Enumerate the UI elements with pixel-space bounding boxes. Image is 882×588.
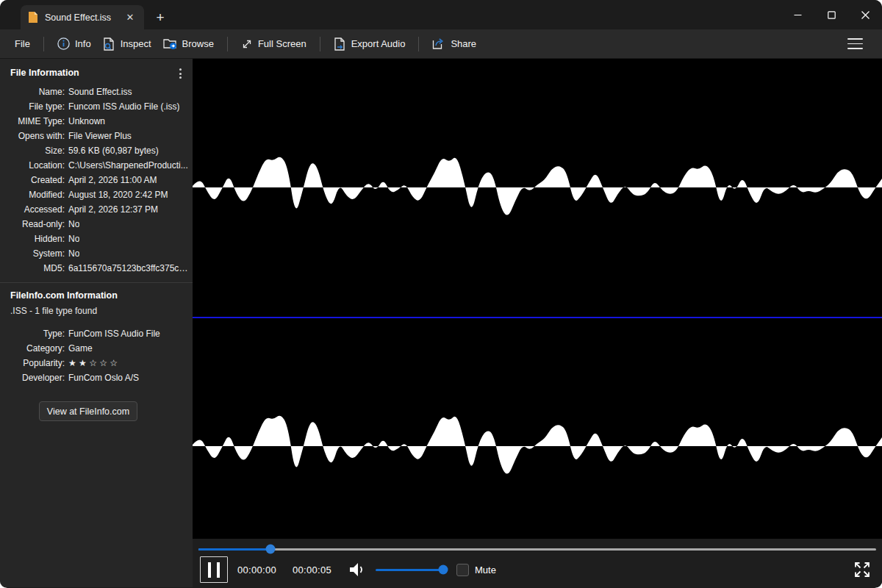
total-duration: 00:00:05	[293, 564, 331, 576]
info-row: Developer:FunCom Oslo A/S	[0, 370, 189, 385]
file-menu[interactable]: File	[9, 34, 36, 54]
info-row: Read-only:No	[0, 217, 189, 232]
seek-thumb[interactable]	[265, 545, 275, 554]
info-value: August 18, 2020 2:42 PM	[68, 187, 168, 202]
info-row: Opens with:File Viewer Plus	[0, 129, 189, 143]
info-label: MIME Type:	[0, 114, 65, 129]
info-label: Location:	[0, 158, 65, 173]
info-value: 6a115670a75123bc3ffc375c68...	[68, 261, 189, 276]
inspect-icon	[103, 37, 115, 51]
waveform-channel-left	[193, 157, 882, 215]
maximize-button[interactable]	[814, 0, 848, 29]
minimize-button[interactable]	[781, 0, 814, 29]
info-value: No	[68, 217, 79, 232]
info-row: Hidden:No	[0, 232, 189, 246]
speaker-icon	[348, 561, 367, 578]
mute-label: Mute	[475, 564, 496, 576]
info-value: File Viewer Plus	[68, 129, 132, 143]
file-information-rows: Name:Sound Effect.issFile type:Funcom IS…	[0, 85, 193, 276]
expand-icon	[853, 560, 872, 579]
tab-title: Sound Effect.iss	[45, 12, 123, 23]
info-row: Popularity:★ ★ ☆ ☆ ☆	[0, 356, 189, 370]
close-button[interactable]	[848, 0, 882, 29]
info-value: Funcom ISS Audio File (.iss)	[68, 99, 179, 114]
channel-separator-line	[193, 317, 882, 318]
info-row: System:No	[0, 246, 189, 261]
inspect-button-label: Inspect	[121, 38, 151, 49]
info-button-label: Info	[75, 38, 91, 49]
full-screen-icon	[241, 38, 253, 50]
info-row: Category:Game	[0, 341, 189, 356]
tab-close-icon[interactable]: ✕	[123, 11, 137, 24]
info-value: Unknown	[68, 114, 105, 129]
info-button[interactable]: Info	[51, 33, 97, 54]
mute-checkbox[interactable]	[456, 564, 469, 576]
toolbar-separator	[418, 37, 419, 51]
info-label: File type:	[0, 99, 65, 114]
seek-progress	[198, 548, 270, 551]
export-audio-button-label: Export Audio	[351, 38, 406, 49]
browse-icon	[163, 37, 177, 50]
view-at-fileinfo-button[interactable]: View at FileInfo.com	[39, 401, 137, 421]
title-bar[interactable]: Sound Effect.iss ✕ +	[0, 0, 882, 29]
file-icon	[28, 11, 38, 24]
info-sidebar: File Information Name:Sound Effect.issFi…	[0, 59, 193, 587]
waveform-display	[193, 59, 882, 539]
share-icon	[432, 37, 445, 50]
browse-button[interactable]: Browse	[157, 33, 220, 54]
seek-slider[interactable]	[198, 548, 876, 551]
new-tab-button[interactable]: +	[151, 9, 169, 26]
sidebar-divider	[0, 282, 193, 283]
info-label: MD5:	[0, 261, 65, 276]
info-value: Sound Effect.iss	[68, 85, 132, 99]
info-row: Name:Sound Effect.iss	[0, 85, 189, 99]
info-value: No	[68, 232, 79, 246]
fileinfo-com-title: FileInfo.com Information	[0, 290, 193, 301]
app-window: Sound Effect.iss ✕ + File	[0, 0, 882, 588]
browse-button-label: Browse	[182, 38, 214, 49]
close-icon	[861, 11, 870, 19]
inspect-button[interactable]: Inspect	[97, 33, 157, 55]
audio-viewer: 00:00:00 00:00:05 Mute	[193, 59, 882, 587]
document-tab[interactable]: Sound Effect.iss ✕	[21, 5, 144, 29]
info-label: Popularity:	[0, 356, 65, 370]
info-row: Created:April 2, 2026 11:00 AM	[0, 173, 189, 187]
volume-button[interactable]	[348, 561, 367, 578]
info-label: Size:	[0, 143, 65, 158]
toolbar-separator	[43, 37, 44, 51]
current-time: 00:00:00	[237, 564, 276, 576]
info-icon	[57, 37, 70, 50]
info-row: Modified:August 18, 2020 2:42 PM	[0, 187, 189, 202]
info-value: FunCom Oslo A/S	[68, 370, 139, 385]
fullscreen-button[interactable]	[853, 560, 872, 579]
info-label: Opens with:	[0, 129, 65, 143]
info-value: 59.6 KB (60,987 bytes)	[68, 143, 159, 158]
info-label: Category:	[0, 341, 65, 356]
info-label: System:	[0, 246, 65, 261]
info-value: No	[68, 246, 79, 261]
pause-button[interactable]	[200, 556, 228, 583]
sidebar-options-button[interactable]	[174, 66, 186, 81]
hamburger-icon	[847, 38, 863, 40]
info-label: Created:	[0, 173, 65, 187]
share-button[interactable]: Share	[426, 33, 482, 54]
menu-button[interactable]	[840, 34, 870, 54]
volume-thumb[interactable]	[439, 565, 448, 575]
info-label: Developer:	[0, 370, 65, 385]
toolbar-separator	[320, 37, 320, 51]
maximize-icon	[828, 11, 836, 19]
pause-icon	[208, 562, 211, 578]
info-value: April 2, 2026 11:00 AM	[68, 173, 157, 187]
info-label: Name:	[0, 85, 65, 99]
export-audio-button[interactable]: Export Audio	[328, 33, 412, 55]
info-label: Read-only:	[0, 217, 65, 232]
share-button-label: Share	[451, 38, 476, 49]
info-label: Hidden:	[0, 232, 65, 246]
full-screen-button[interactable]: Full Screen	[235, 34, 312, 54]
volume-slider[interactable]	[376, 569, 443, 571]
info-value: April 2, 2026 12:37 PM	[68, 202, 158, 217]
toolbar-separator	[227, 37, 228, 51]
info-row: Type:FunCom ISS Audio File	[0, 326, 189, 341]
info-row: Accessed:April 2, 2026 12:37 PM	[0, 202, 189, 217]
info-row: Size:59.6 KB (60,987 bytes)	[0, 143, 189, 158]
